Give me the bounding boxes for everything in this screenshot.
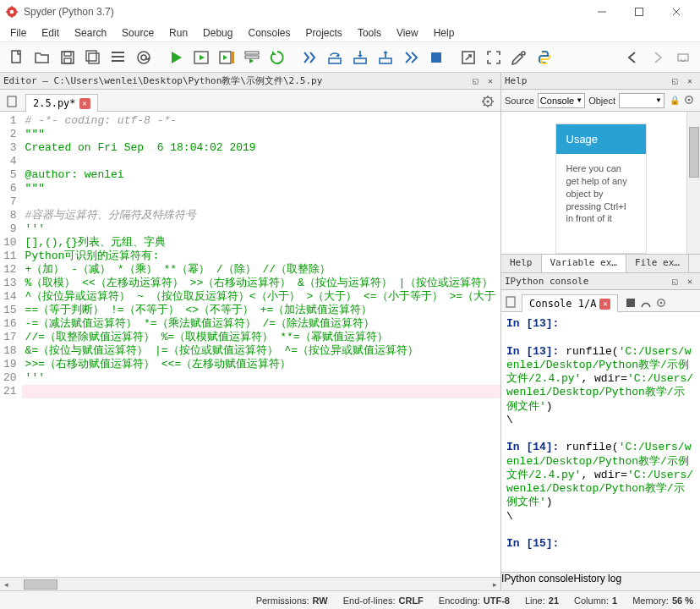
tab-ipython-console[interactable]: IPython console xyxy=(501,573,573,590)
menu-help[interactable]: Help xyxy=(427,25,462,41)
svg-rect-17 xyxy=(245,52,259,54)
outline-button[interactable] xyxy=(107,46,130,69)
run-cell-button[interactable] xyxy=(189,46,213,69)
editor-hscrollbar[interactable]: ◂▸ xyxy=(0,577,500,590)
continue-button[interactable] xyxy=(399,46,423,69)
console-interrupt-button[interactable] xyxy=(640,297,652,311)
svg-rect-3 xyxy=(12,51,20,63)
menu-debug[interactable]: Debug xyxy=(196,25,239,41)
preferences-button[interactable] xyxy=(507,46,531,69)
ipython-close-button[interactable]: ✕ xyxy=(683,276,697,288)
toolbar xyxy=(0,42,700,73)
help-options-button[interactable] xyxy=(683,94,697,107)
tab-file-explorer[interactable]: File ex… xyxy=(626,255,689,272)
menu-search[interactable]: Search xyxy=(68,25,113,41)
code-area[interactable]: # -*- coding: utf-8 -*-"""Created on Fri… xyxy=(22,112,500,577)
fullscreen-button[interactable] xyxy=(482,46,506,69)
console-tab[interactable]: Console 1/A ✕ xyxy=(522,294,618,312)
console-options-button[interactable] xyxy=(655,297,667,311)
step-out-button[interactable] xyxy=(374,46,397,69)
status-line-label: Line: xyxy=(525,595,545,606)
console-tab-label: Console 1/A xyxy=(529,298,596,310)
cwd-dropdown[interactable] xyxy=(671,46,695,69)
svg-rect-4 xyxy=(62,52,74,63)
tab-history-log[interactable]: History log xyxy=(573,573,621,590)
help-tabbar: Help Variable ex… File ex… xyxy=(501,254,700,272)
menu-edit[interactable]: Edit xyxy=(35,25,66,41)
rerun-button[interactable] xyxy=(265,46,289,69)
svg-rect-16 xyxy=(231,52,234,63)
menu-tools[interactable]: Tools xyxy=(351,25,388,41)
menu-file[interactable]: File xyxy=(3,25,33,41)
tab-variable-explorer[interactable]: Variable ex… xyxy=(542,255,626,272)
stop-debug-button[interactable] xyxy=(424,46,448,69)
editor-close-button[interactable]: ✕ xyxy=(484,75,497,87)
help-pane-header: Help ◱ ✕ xyxy=(501,73,700,90)
status-col: 1 xyxy=(612,595,617,606)
editor-tabbar: 2.5.py* ✕ xyxy=(0,90,500,112)
console-tab-close-button[interactable]: ✕ xyxy=(599,299,610,310)
save-button[interactable] xyxy=(56,46,79,69)
save-all-button[interactable] xyxy=(81,46,105,69)
debug-button[interactable] xyxy=(298,46,321,69)
window-title: Spyder (Python 3.7) xyxy=(24,6,583,18)
help-card-body: Here you can get help of any object by p… xyxy=(556,154,646,233)
status-mem-label: Memory: xyxy=(632,595,669,606)
help-close-button[interactable]: ✕ xyxy=(683,75,697,87)
status-line: 21 xyxy=(549,595,559,606)
svg-rect-8 xyxy=(89,53,99,63)
forward-button[interactable] xyxy=(646,46,670,69)
maximize-button[interactable] xyxy=(621,0,658,24)
console-switcher-button[interactable] xyxy=(505,295,518,311)
maximize-pane-button[interactable] xyxy=(457,46,480,69)
menu-consoles[interactable]: Consoles xyxy=(241,25,297,41)
status-perm-label: Permissions: xyxy=(256,595,309,606)
step-into-button[interactable] xyxy=(348,46,372,69)
menu-run[interactable]: Run xyxy=(162,25,194,41)
help-source-label: Source xyxy=(505,96,534,106)
run-cell-advance-button[interactable] xyxy=(215,46,238,69)
menu-projects[interactable]: Projects xyxy=(299,25,349,41)
svg-rect-26 xyxy=(678,54,688,61)
help-object-input[interactable]: ▼ xyxy=(619,93,664,108)
svg-point-12 xyxy=(138,52,150,63)
ipython-undock-button[interactable]: ◱ xyxy=(668,276,681,288)
titlebar: Spyder (Python 3.7) xyxy=(0,0,700,24)
back-button[interactable] xyxy=(621,46,644,69)
svg-point-11 xyxy=(112,59,113,61)
editor-undock-button[interactable]: ◱ xyxy=(468,75,482,87)
code-editor[interactable]: 123456789101112131415161718192021 # -*- … xyxy=(0,112,500,577)
svg-point-13 xyxy=(141,55,146,60)
run-selection-button[interactable] xyxy=(240,46,264,69)
editor-options-button[interactable] xyxy=(479,92,497,111)
help-undock-button[interactable]: ◱ xyxy=(668,75,681,87)
minimize-button[interactable] xyxy=(583,0,621,24)
tab-help[interactable]: Help xyxy=(501,255,542,272)
close-button[interactable] xyxy=(658,0,695,24)
statusbar: Permissions: RW End-of-lines: CRLF Encod… xyxy=(0,590,700,609)
menu-source[interactable]: Source xyxy=(115,25,161,41)
lock-icon[interactable]: 🔒 xyxy=(670,96,680,105)
step-over-button[interactable] xyxy=(323,46,347,69)
new-file-button[interactable] xyxy=(5,46,29,69)
python-path-button[interactable] xyxy=(533,46,556,69)
svg-rect-32 xyxy=(506,297,515,307)
editor-tab[interactable]: 2.5.py* ✕ xyxy=(25,94,98,112)
svg-point-29 xyxy=(486,100,489,102)
file-switcher-button[interactable] xyxy=(3,92,22,111)
editor-tab-close-button[interactable]: ✕ xyxy=(79,98,90,109)
editor-tab-label: 2.5.py* xyxy=(33,97,76,109)
svg-rect-20 xyxy=(354,58,366,63)
ipython-pane-title: IPython console xyxy=(505,276,666,287)
console-output[interactable]: In [13]: In [13]: runfile('C:/Users/wenl… xyxy=(501,312,700,572)
at-button[interactable] xyxy=(132,46,156,69)
svg-point-10 xyxy=(112,55,113,57)
run-button[interactable] xyxy=(164,46,188,69)
status-enc: UTF-8 xyxy=(484,595,510,606)
svg-rect-2 xyxy=(636,8,643,16)
help-vscrollbar[interactable] xyxy=(686,112,700,254)
menu-view[interactable]: View xyxy=(390,25,425,41)
console-stop-button[interactable] xyxy=(625,297,637,311)
open-file-button[interactable] xyxy=(30,46,54,69)
help-source-select[interactable]: Console▼ xyxy=(538,93,585,108)
